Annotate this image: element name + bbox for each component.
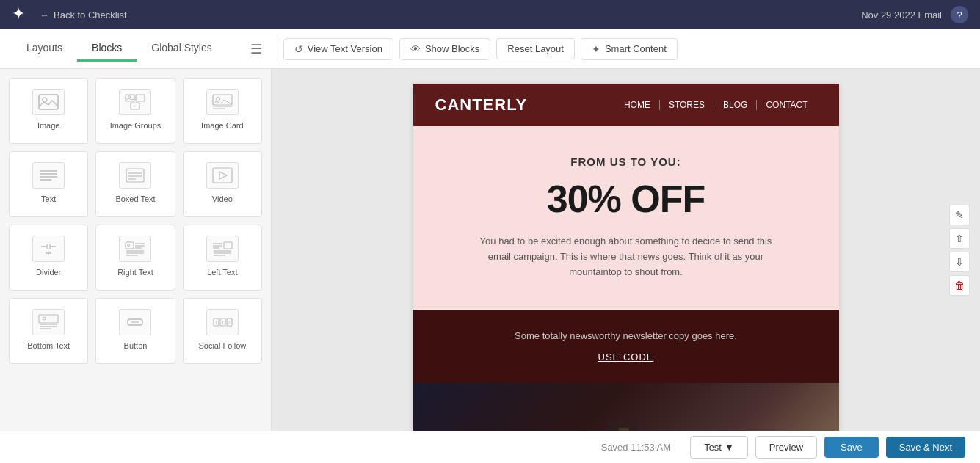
test-button[interactable]: Test ▼	[690, 436, 748, 459]
email-nav-blog[interactable]: BLOG	[714, 100, 757, 110]
email-nav-contact[interactable]: CONTACT	[757, 100, 816, 110]
block-right-text[interactable]: Right Text	[95, 225, 175, 291]
image-block-label: Image	[37, 121, 60, 130]
social-follow-block-label: Social Follow	[198, 341, 246, 350]
svg-point-1	[43, 98, 47, 102]
svg-marker-20	[219, 172, 227, 179]
divider-block-icon	[32, 236, 65, 262]
block-video[interactable]: Video	[183, 151, 262, 217]
app-logo: ✦	[12, 4, 32, 25]
image-block-icon	[32, 89, 65, 115]
svg-rect-3	[136, 95, 145, 101]
refresh-icon: ↺	[294, 43, 303, 55]
block-left-text[interactable]: Left Text	[183, 225, 262, 291]
hero-title: 30% OFF	[435, 177, 817, 221]
image-card-block-icon	[206, 89, 239, 115]
view-text-label: View Text Version	[308, 43, 382, 54]
tab-global-styles[interactable]: Global Styles	[137, 36, 226, 62]
text-block-label: Text	[41, 194, 56, 203]
back-arrow-icon: ←	[40, 10, 49, 21]
block-bottom-text[interactable]: Bottom Text	[9, 298, 88, 364]
button-block-icon	[119, 309, 151, 335]
left-panel: Image + Image Groups	[0, 69, 272, 431]
test-label: Test	[704, 442, 722, 453]
eye-icon: 👁	[410, 43, 421, 55]
block-image[interactable]: Image	[9, 78, 88, 144]
preview-button[interactable]: Preview	[755, 436, 817, 459]
edit-pencil-button[interactable]: ✎	[949, 205, 970, 225]
button-block-label: Button	[124, 341, 148, 350]
use-code[interactable]: USE CODE	[435, 351, 817, 362]
email-nav-stores[interactable]: STORES	[660, 100, 714, 110]
image-groups-block-icon: +	[119, 89, 151, 115]
back-link[interactable]: ← Back to Checklist	[40, 10, 127, 21]
hamburger-icon[interactable]: ☰	[250, 41, 262, 57]
email-logo: CANTERLY	[435, 95, 528, 114]
saved-text: Saved 11:53 AM	[601, 442, 671, 453]
block-image-card[interactable]: Image Card	[183, 78, 262, 144]
email-hero: FROM US TO YOU: 30% OFF You had to be ex…	[413, 126, 839, 310]
svg-text:t: t	[215, 320, 217, 325]
video-block-label: Video	[212, 194, 233, 203]
svg-point-8	[216, 98, 219, 101]
svg-rect-42	[39, 315, 58, 323]
view-text-button[interactable]: ↺ View Text Version	[283, 38, 393, 60]
block-boxed-text[interactable]: Boxed Text	[95, 151, 175, 217]
svg-rect-7	[213, 95, 232, 105]
move-down-button[interactable]: ⇩	[949, 252, 970, 272]
smart-content-label: Smart Content	[605, 43, 667, 54]
block-text[interactable]: Text	[9, 151, 88, 217]
top-bar-left: ✦ ← Back to Checklist	[12, 4, 127, 25]
reset-layout-button[interactable]: Reset Layout	[496, 38, 575, 59]
delete-button[interactable]: 🗑	[949, 275, 970, 296]
video-block-icon	[206, 162, 239, 189]
content-area: ✎ ⇧ ⇩ 🗑 CANTERLY HOME STORES BLOG CONTAC…	[272, 69, 980, 431]
svg-text:f: f	[222, 320, 223, 325]
main-area: Image + Image Groups	[0, 69, 980, 431]
left-text-block-icon	[206, 236, 239, 262]
show-blocks-label: Show Blocks	[425, 43, 479, 54]
back-link-label: Back to Checklist	[54, 10, 127, 21]
edit-toolbar: ✎ ⇧ ⇩ 🗑	[949, 205, 970, 296]
help-button[interactable]: ?	[951, 6, 968, 23]
right-text-block-icon	[119, 236, 151, 262]
smart-content-button[interactable]: ✦ Smart Content	[581, 38, 678, 60]
bottom-text-block-icon	[32, 309, 65, 335]
toolbar: Layouts Blocks Global Styles ☰ ↺ View Te…	[0, 29, 980, 69]
tab-layouts[interactable]: Layouts	[12, 36, 77, 62]
show-blocks-button[interactable]: 👁 Show Blocks	[399, 38, 490, 60]
tab-blocks[interactable]: Blocks	[77, 36, 137, 62]
social-follow-block-icon: t f in	[206, 309, 239, 335]
block-button[interactable]: Button	[95, 298, 175, 364]
svg-point-28	[128, 244, 130, 247]
dark-copy: Some totally newsworthy newsletter copy …	[435, 330, 817, 341]
divider-block-label: Divider	[36, 268, 61, 277]
boxed-text-block-label: Boxed Text	[115, 194, 155, 203]
left-text-block-label: Left Text	[207, 268, 237, 277]
block-divider[interactable]: Divider	[9, 225, 88, 291]
top-bar: ✦ ← Back to Checklist Nov 29 2022 Email …	[0, 0, 980, 29]
right-text-block-label: Right Text	[117, 268, 153, 277]
block-social-follow[interactable]: t f in Social Follow	[183, 298, 262, 364]
svg-rect-15	[126, 169, 144, 182]
reset-layout-label: Reset Layout	[507, 43, 564, 54]
image-groups-block-label: Image Groups	[110, 121, 161, 130]
camera-illustration	[582, 398, 670, 431]
save-button[interactable]: Save	[824, 437, 879, 458]
image-card-block-label: Image Card	[201, 121, 243, 130]
svg-rect-35	[224, 242, 232, 249]
svg-rect-0	[39, 95, 58, 109]
test-dropdown-icon: ▼	[725, 442, 734, 453]
email-header: CANTERLY HOME STORES BLOG CONTACT	[413, 84, 839, 126]
block-image-groups[interactable]: + Image Groups	[95, 78, 175, 144]
bottom-bar: Saved 11:53 AM Test ▼ Preview Save Save …	[0, 431, 980, 463]
tab-group: Layouts Blocks Global Styles	[12, 36, 227, 62]
email-nav-home[interactable]: HOME	[615, 100, 660, 110]
move-up-button[interactable]: ⇧	[949, 228, 970, 249]
save-next-button[interactable]: Save & Next	[886, 437, 965, 458]
hero-body: You had to be excited enough about somet…	[472, 234, 780, 280]
svg-text:+: +	[134, 103, 137, 108]
top-bar-right: Nov 29 2022 Email ?	[861, 6, 968, 23]
toolbar-divider	[277, 38, 277, 60]
text-block-icon	[32, 162, 65, 189]
